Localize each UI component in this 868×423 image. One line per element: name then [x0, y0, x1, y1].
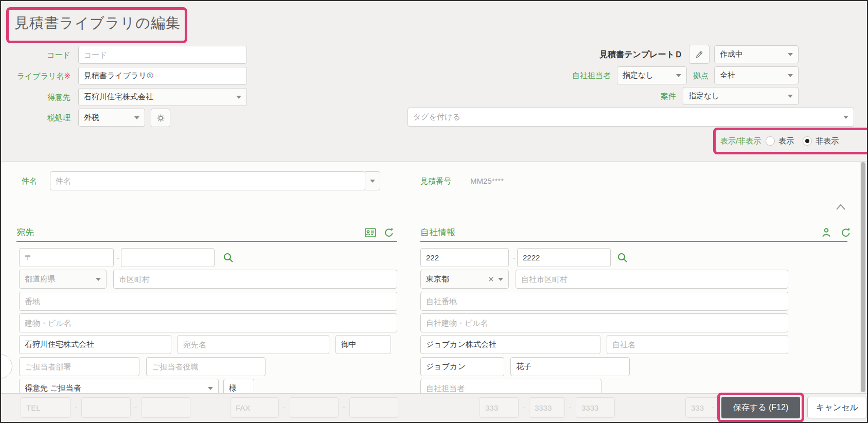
- radio-hide[interactable]: [803, 136, 812, 146]
- recipient-building-input[interactable]: [19, 313, 397, 332]
- company-name-input[interactable]: [420, 335, 600, 354]
- company-tel3-input[interactable]: [576, 397, 615, 418]
- radio-show-label[interactable]: 表示: [778, 136, 794, 146]
- chevron-down-icon: [676, 74, 681, 77]
- page-title: 見積書ライブラリの編集: [14, 13, 181, 33]
- contact-card-icon: [364, 226, 377, 239]
- company-name2-input[interactable]: [607, 335, 788, 354]
- recipient-company-input[interactable]: [19, 335, 171, 354]
- company-staff-last-input[interactable]: [420, 357, 504, 376]
- project-select[interactable]: 指定なし: [683, 87, 799, 105]
- chevron-down-icon: [843, 116, 848, 119]
- search-icon: [616, 252, 629, 264]
- chevron-down-icon: [134, 116, 139, 119]
- scrollbar-thumb[interactable]: [861, 162, 865, 392]
- status-select[interactable]: 作成中: [714, 45, 799, 63]
- customer-select[interactable]: 石狩川住宅株式会社: [78, 88, 247, 106]
- company-divider: [420, 241, 847, 242]
- company-tel-dash: -: [522, 397, 525, 418]
- branch-label: 拠点: [685, 66, 708, 84]
- company-staff-first-input[interactable]: [510, 357, 630, 376]
- library-name-input[interactable]: [78, 67, 247, 85]
- tel-dash: -: [75, 397, 77, 418]
- recipient-tel2-input[interactable]: [81, 397, 131, 418]
- quote-number-value: MM25****: [470, 171, 504, 190]
- company-tel2-input[interactable]: [529, 397, 565, 418]
- company-postal-search-button[interactable]: [616, 252, 629, 264]
- recipient-fax3-input[interactable]: [349, 397, 398, 418]
- company-postal2-input[interactable]: [517, 248, 611, 267]
- recipient-name-input[interactable]: [178, 335, 329, 354]
- search-icon: [222, 252, 235, 264]
- tags-input[interactable]: タグを付ける: [408, 108, 854, 127]
- recipient-fax1-input[interactable]: [230, 397, 279, 418]
- recipient-city-input[interactable]: [113, 270, 397, 289]
- branch-select[interactable]: 全社: [714, 66, 799, 84]
- company-tel-dash: -: [569, 397, 571, 418]
- company-building-input[interactable]: [420, 313, 788, 332]
- code-input[interactable]: [78, 46, 247, 64]
- recipient-role-input[interactable]: [146, 357, 265, 376]
- subject-label: 件名: [22, 171, 45, 190]
- radio-hide-label[interactable]: 非表示: [816, 136, 839, 146]
- required-mark: ※: [64, 72, 70, 80]
- subject-input[interactable]: [50, 171, 365, 190]
- project-label: 案件: [639, 87, 676, 105]
- company-street-input[interactable]: [420, 292, 788, 311]
- refresh-recipient-button[interactable]: [383, 226, 395, 239]
- recipient-postal1-input[interactable]: [19, 248, 114, 267]
- postal-dash: -: [513, 248, 516, 267]
- company-fax-dash: -: [712, 397, 714, 418]
- person-icon: [820, 226, 832, 239]
- collapse-section-button[interactable]: [834, 202, 848, 212]
- recipient-prefecture-select[interactable]: 都道府県: [19, 270, 107, 289]
- chevron-down-icon: [788, 53, 793, 56]
- fax-dash: -: [283, 397, 286, 418]
- recipient-department-input[interactable]: [19, 357, 139, 376]
- chevron-down-icon: [788, 95, 793, 98]
- tax-settings-button[interactable]: [151, 109, 170, 127]
- own-staff-select[interactable]: 指定なし: [617, 66, 687, 84]
- save-button[interactable]: 保存する (F12): [721, 397, 800, 418]
- recipient-fax2-input[interactable]: [290, 397, 339, 418]
- recipient-honorific-input[interactable]: [335, 335, 391, 354]
- recipient-section-title: 宛先: [16, 226, 34, 238]
- chevron-down-icon: [96, 278, 101, 281]
- clear-icon[interactable]: [488, 276, 494, 282]
- refresh-company-button[interactable]: [840, 226, 852, 239]
- tax-label: 税処理: [1, 109, 70, 127]
- template-name: 見積書テンプレートＤ: [541, 45, 683, 64]
- library-name-label: ライブラリ名※: [1, 67, 70, 85]
- radio-show[interactable]: [766, 136, 775, 146]
- company-section-title: 自社情報: [420, 226, 455, 238]
- quote-number-label: 見積番号: [420, 171, 462, 190]
- chevron-down-icon: [236, 96, 241, 99]
- recipient-tel3-input[interactable]: [141, 397, 190, 418]
- refresh-icon: [383, 226, 395, 239]
- recipient-divider: [16, 241, 397, 242]
- recipient-street-input[interactable]: [19, 292, 397, 311]
- subject-dropdown-button[interactable]: [365, 171, 380, 190]
- company-prefecture-select[interactable]: 東京都: [420, 270, 509, 289]
- tax-select[interactable]: 外税: [78, 109, 145, 127]
- refresh-icon: [840, 226, 852, 239]
- recipient-postal-search-button[interactable]: [222, 252, 235, 264]
- edit-template-button[interactable]: [689, 45, 710, 64]
- pencil-icon: [695, 50, 704, 59]
- company-tel1-input[interactable]: [480, 397, 519, 418]
- chevron-down-icon: [208, 387, 213, 390]
- postal-dash: -: [117, 248, 119, 267]
- recipient-tel1-input[interactable]: [21, 397, 71, 418]
- visibility-highlight-box: 表示/非表示 表示 非表示: [713, 128, 868, 154]
- chevron-down-icon: [788, 74, 793, 77]
- load-company-staff-button[interactable]: [820, 226, 832, 239]
- company-city-input[interactable]: [516, 270, 788, 289]
- cancel-button[interactable]: キャンセル: [807, 397, 867, 418]
- visibility-label: 表示/非表示: [720, 136, 761, 146]
- company-postal1-input[interactable]: [420, 248, 509, 267]
- load-contact-button[interactable]: [364, 226, 377, 239]
- chevron-up-icon: [834, 202, 848, 212]
- recipient-postal2-input[interactable]: [121, 248, 215, 267]
- customer-label: 得意先: [1, 88, 70, 106]
- own-staff-label: 自社担当者: [541, 66, 611, 84]
